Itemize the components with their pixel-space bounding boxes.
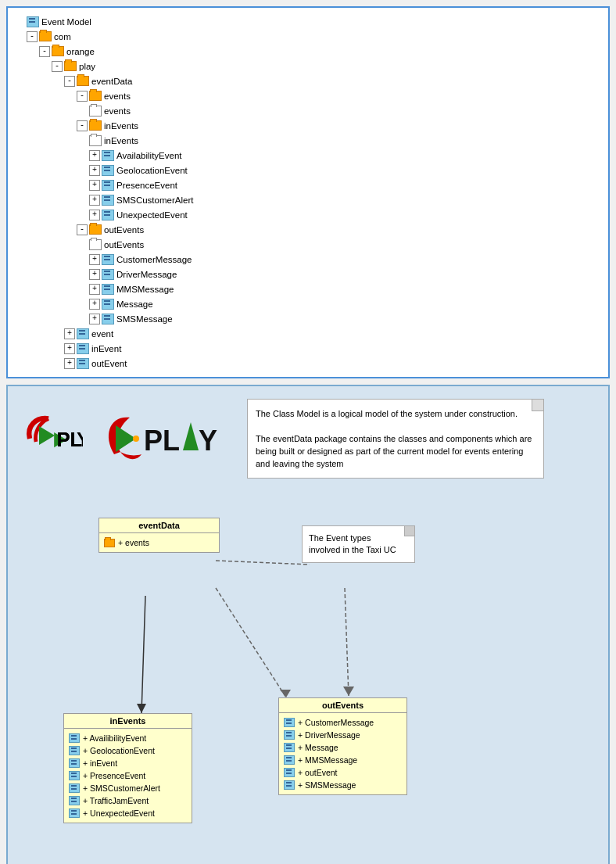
out-events-body: + CustomerMessage + DriverMessage + Mess… [279, 713, 406, 794]
tree-row[interactable]: Event Model [14, 14, 602, 29]
in-events-header: inEvents [64, 714, 192, 729]
class-icon [284, 755, 295, 765]
tree-row[interactable]: + GeolocationEvent [14, 163, 602, 177]
tree-row[interactable]: outEvents [14, 237, 602, 252]
tree-item-label: Event Model [41, 15, 91, 29]
uml-row: + UnexpectedEvent [69, 807, 187, 819]
package-icon [89, 135, 102, 146]
uml-row: + DriverMessage [284, 729, 402, 741]
tree-toggle[interactable]: - [77, 224, 88, 235]
tree-item-label: events [104, 89, 131, 103]
tree-row[interactable]: + inEvent [14, 341, 602, 356]
tree-row[interactable]: + DriverMessage [14, 267, 602, 281]
tree-toggle[interactable]: - [39, 46, 50, 57]
tree-toggle[interactable]: - [77, 120, 88, 131]
svg-text:Y: Y [199, 425, 217, 457]
tree-toggle[interactable]: - [77, 91, 88, 102]
tree-row[interactable]: - outEvents [14, 222, 602, 237]
folder-icon [64, 61, 77, 71]
event-data-body: + events [99, 533, 219, 552]
tree-row[interactable]: - com [14, 29, 602, 44]
tree-item-label: SMSMessage [116, 312, 173, 326]
tree-toggle[interactable]: + [89, 314, 100, 324]
tree-toggle[interactable]: - [64, 76, 75, 87]
class-icon [102, 195, 114, 206]
uml-row: + Message [284, 741, 402, 754]
tree-item-label: SMSCustomerAlert [116, 193, 193, 207]
tree-toggle[interactable]: + [89, 165, 100, 176]
tree-row[interactable]: - inEvents [14, 118, 602, 133]
class-icon [102, 254, 114, 265]
play-logo-svg: PL Y [98, 411, 231, 466]
folder-icon [89, 120, 102, 131]
class-icon [69, 733, 80, 743]
tree-toggle[interactable]: + [89, 195, 100, 206]
uml-row: + AvailibilityEvent [69, 732, 187, 744]
tree-row[interactable]: + PresenceEvent [14, 177, 602, 192]
tree-item-label: inEvents [104, 134, 138, 148]
tree-toggle[interactable]: + [89, 210, 100, 220]
tree-item-label: PresenceEvent [116, 178, 177, 192]
tree-row[interactable]: - play [14, 59, 602, 73]
tree-row[interactable]: + MMSMessage [14, 281, 602, 296]
tree-row[interactable]: - eventData [14, 73, 602, 88]
event-data-header: eventData [99, 518, 219, 533]
tree-row[interactable]: + outEvent [14, 356, 602, 371]
svg-text:Y: Y [77, 428, 83, 450]
folder-icon [89, 91, 102, 101]
tree-row[interactable]: + SMSMessage [14, 311, 602, 326]
svg-line-11 [141, 596, 145, 713]
svg-marker-14 [280, 690, 291, 697]
tree-toggle[interactable]: + [89, 299, 100, 310]
uml-row: + MMSMessage [284, 754, 402, 766]
tree-item-label: event [91, 327, 113, 341]
tree-row[interactable]: + CustomerMessage [14, 252, 602, 267]
tree-toggle[interactable]: + [89, 150, 100, 161]
tree-row[interactable]: + AvailabilityEvent [14, 148, 602, 163]
tree-row[interactable]: - orange [14, 44, 602, 59]
tree-toggle[interactable]: - [52, 61, 63, 72]
uml-row: + SMSCustomerAlert [69, 782, 187, 794]
svg-marker-8 [183, 422, 199, 450]
tree-item-label: com [54, 30, 71, 44]
tree-item-label: Message [116, 297, 153, 311]
class-icon [284, 768, 295, 777]
tree-row[interactable]: + event [14, 326, 602, 341]
tree-row[interactable]: events [14, 103, 602, 118]
class-icon [69, 783, 80, 793]
tree-toggle[interactable]: - [27, 31, 38, 42]
class-icon [27, 16, 39, 27]
folder-icon [52, 46, 64, 56]
tree-toggle[interactable]: + [89, 284, 100, 295]
class-icon [77, 358, 89, 369]
tree-row[interactable]: inEvents [14, 133, 602, 148]
class-icon [102, 299, 114, 310]
tree-row[interactable]: + UnexpectedEvent [14, 207, 602, 222]
class-icon [102, 150, 114, 161]
event-data-box: eventData + events [98, 518, 220, 553]
tree-row[interactable]: + SMSCustomerAlert [14, 192, 602, 207]
uml-row: + PresenceEvent [69, 769, 187, 782]
tree-item-label: UnexpectedEvent [116, 208, 188, 222]
class-icon [69, 758, 80, 768]
tree-item-label: play [79, 59, 95, 73]
tree-toggle[interactable]: + [64, 358, 75, 369]
svg-marker-0 [39, 426, 55, 445]
tree-toggle[interactable]: + [89, 254, 100, 265]
tree-item-label: CustomerMessage [116, 253, 192, 267]
class-icon [69, 796, 80, 805]
tree-item-label: outEvent [91, 357, 127, 371]
tree-toggle[interactable]: + [89, 180, 100, 191]
uml-row: + SMSMessage [284, 779, 402, 791]
tree-row[interactable]: + Message [14, 296, 602, 311]
tree-toggle[interactable]: + [89, 269, 100, 280]
event-data-row1: + events [118, 536, 149, 549]
svg-text:PL: PL [144, 425, 180, 457]
class-icon [102, 165, 114, 176]
tree-item-label: inEvent [91, 342, 121, 356]
svg-marker-16 [343, 687, 354, 696]
tree-row[interactable]: - events [14, 88, 602, 103]
tree-toggle[interactable]: + [64, 328, 75, 339]
class-icon [284, 743, 295, 752]
tree-toggle[interactable]: + [64, 343, 75, 354]
